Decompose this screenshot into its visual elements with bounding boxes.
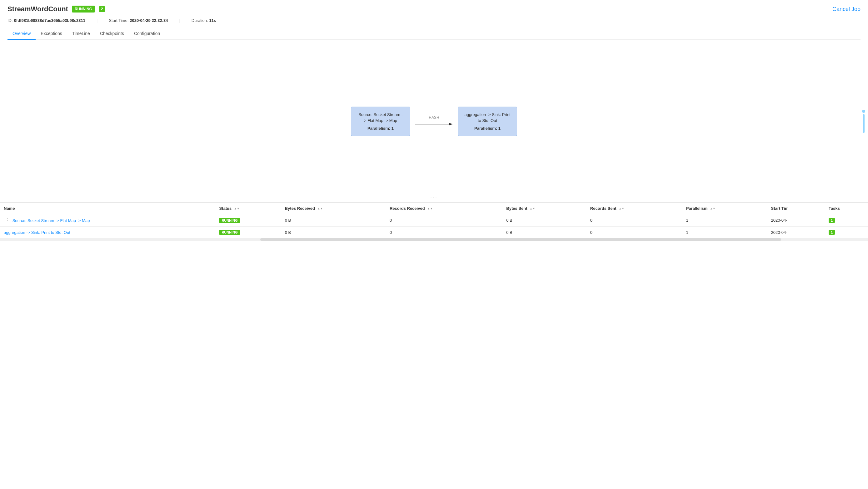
node-source-parallelism: Parallelism: 1	[358, 126, 404, 131]
col-start-time[interactable]: Start Tim	[767, 203, 825, 214]
horizontal-scrollbar[interactable]	[0, 238, 868, 241]
row1-bytes-sent: 0 B	[502, 214, 587, 227]
col-bytes-sent[interactable]: Bytes Sent ▲▼	[502, 203, 587, 214]
table-section: Name Status ▲▼ Bytes Received ▲▼	[0, 203, 868, 241]
duration-label: Duration:	[191, 18, 208, 23]
table-row: ⋮ Source: Socket Stream -> Flat Map -> M…	[0, 214, 868, 227]
tab-bar: Overview Exceptions TimeLine Checkpoints…	[7, 28, 861, 40]
col-parallelism[interactable]: Parallelism ▲▼	[682, 203, 767, 214]
node-aggregation-parallelism: Parallelism: 1	[464, 126, 510, 131]
tab-configuration[interactable]: Configuration	[129, 28, 165, 40]
row1-status: RUNNING	[215, 214, 281, 227]
scrollbar-h-thumb	[260, 238, 781, 241]
node-source[interactable]: Source: Socket Stream -> Flat Map -> Map…	[351, 107, 410, 136]
row2-name-link[interactable]: aggregation -> Sink: Print to Std. Out	[4, 230, 70, 235]
collapse-handle[interactable]: ···	[427, 193, 441, 202]
row2-start-time: 2020-04-	[767, 227, 825, 238]
col-bytes-received[interactable]: Bytes Received ▲▼	[281, 203, 386, 214]
drag-handle[interactable]: ⋮	[4, 218, 11, 223]
duration-value: 11s	[209, 18, 216, 23]
row2-status-badge: RUNNING	[219, 230, 240, 235]
row2-bytes-sent: 0 B	[502, 227, 587, 238]
table-row: aggregation -> Sink: Print to Std. Out R…	[0, 227, 868, 238]
scrollbar-dot	[862, 110, 865, 113]
row2-records-received: 0	[386, 227, 502, 238]
scrollbar-handle	[863, 114, 865, 133]
row1-records-sent: 0	[587, 214, 682, 227]
diagram-area[interactable]: Source: Socket Stream -> Flat Map -> Map…	[0, 40, 868, 203]
job-id: 0fdf981b60838d7ae3655a03b98c2311	[14, 18, 85, 23]
col-records-received[interactable]: Records Received ▲▼	[386, 203, 502, 214]
row1-start-time: 2020-04-	[767, 214, 825, 227]
row1-records-received: 0	[386, 214, 502, 227]
alert-count-badge: 2	[99, 6, 105, 12]
row1-name: ⋮ Source: Socket Stream -> Flat Map -> M…	[0, 214, 215, 227]
id-label: ID:	[7, 18, 13, 23]
row1-status-badge: RUNNING	[219, 218, 240, 223]
svg-marker-1	[449, 123, 453, 125]
row1-tasks-badge: 1	[829, 218, 835, 223]
running-status-badge: RUNNING	[72, 6, 95, 12]
tab-timeline[interactable]: TimeLine	[67, 28, 95, 40]
page-container: StreamWordCount RUNNING 2 Cancel Job ID:…	[0, 0, 868, 241]
start-time-label: Start Time:	[109, 18, 128, 23]
row1-bytes-received: 0 B	[281, 214, 386, 227]
start-time-value: 2020-04-29 22:32:34	[130, 18, 168, 23]
row2-tasks-badge: 1	[829, 230, 835, 235]
row2-tasks: 1	[825, 227, 868, 238]
node-aggregation[interactable]: aggregation -> Sink: Print to Std. Out P…	[458, 107, 517, 136]
col-records-sent[interactable]: Records Sent ▲▼	[587, 203, 682, 214]
tab-checkpoints[interactable]: Checkpoints	[95, 28, 129, 40]
main-content: Source: Socket Stream -> Flat Map -> Map…	[0, 40, 868, 241]
node-aggregation-title: aggregation -> Sink: Print to Std. Out	[464, 112, 510, 123]
node-source-title: Source: Socket Stream -> Flat Map -> Map	[358, 112, 404, 123]
col-name[interactable]: Name	[0, 203, 215, 214]
cancel-job-button[interactable]: Cancel Job	[832, 6, 861, 12]
row1-parallelism: 1	[682, 214, 767, 227]
job-title: StreamWordCount	[7, 5, 68, 13]
row2-parallelism: 1	[682, 227, 767, 238]
vertical-scrollbar[interactable]	[862, 110, 865, 133]
row2-status: RUNNING	[215, 227, 281, 238]
tab-exceptions[interactable]: Exceptions	[36, 28, 67, 40]
tab-overview[interactable]: Overview	[7, 28, 36, 40]
row2-bytes-received: 0 B	[281, 227, 386, 238]
row1-tasks: 1	[825, 214, 868, 227]
row2-records-sent: 0	[587, 227, 682, 238]
header: StreamWordCount RUNNING 2 Cancel Job ID:…	[0, 0, 868, 40]
row1-name-link[interactable]: Source: Socket Stream -> Flat Map -> Map	[12, 218, 90, 223]
col-status[interactable]: Status ▲▼	[215, 203, 281, 214]
edge-label: HASH	[429, 115, 439, 120]
row2-name: aggregation -> Sink: Print to Std. Out	[0, 227, 215, 238]
jobs-table: Name Status ▲▼ Bytes Received ▲▼	[0, 203, 868, 238]
arrow-icon	[415, 121, 453, 127]
col-tasks[interactable]: Tasks	[825, 203, 868, 214]
